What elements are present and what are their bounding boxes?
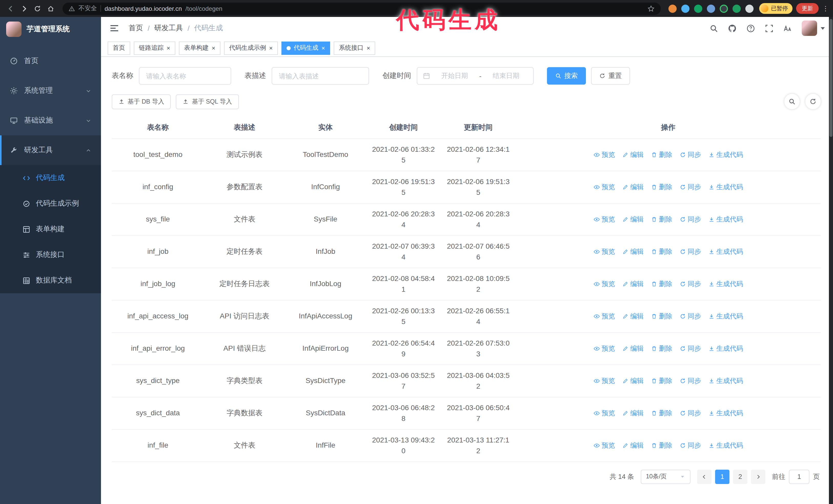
help-icon[interactable] xyxy=(746,24,755,32)
breadcrumb-home[interactable]: 首页 xyxy=(129,24,143,33)
generate-code-link[interactable]: 生成代码 xyxy=(708,311,743,321)
sync-link[interactable]: 同步 xyxy=(680,440,701,451)
tab-form-builder[interactable]: 表单构建 × xyxy=(179,41,220,55)
preview-link[interactable]: 预览 xyxy=(593,279,615,289)
search-icon[interactable] xyxy=(710,24,718,32)
table-name-input[interactable] xyxy=(139,67,231,85)
generate-code-link[interactable]: 生成代码 xyxy=(708,408,743,418)
edit-link[interactable]: 编辑 xyxy=(622,375,644,386)
sync-link[interactable]: 同步 xyxy=(680,246,701,257)
logo-row[interactable]: 芋道管理系统 xyxy=(0,17,101,42)
extension-icon-dark[interactable] xyxy=(718,3,729,14)
reset-button[interactable]: 重置 xyxy=(591,67,630,85)
next-page-button[interactable] xyxy=(751,470,765,484)
edit-link[interactable]: 编辑 xyxy=(622,279,644,289)
generate-code-link[interactable]: 生成代码 xyxy=(708,440,743,451)
sidebar-item-dev-tools[interactable]: 研发工具 xyxy=(0,135,101,165)
hamburger-icon[interactable] xyxy=(109,23,119,33)
page-button-2[interactable]: 2 xyxy=(733,470,747,484)
search-button[interactable]: 搜索 xyxy=(547,67,586,85)
sync-link[interactable]: 同步 xyxy=(680,311,701,321)
extension-icon-leaf[interactable] xyxy=(731,3,742,14)
delete-link[interactable]: 删除 xyxy=(651,279,672,289)
sidebar-item-db-doc[interactable]: 数据库文档 xyxy=(0,268,101,293)
chrome-update-button[interactable]: 更新 xyxy=(796,3,819,14)
generate-code-link[interactable]: 生成代码 xyxy=(708,246,743,257)
sidebar-item-form-builder[interactable]: 表单构建 xyxy=(0,216,101,242)
sidebar-item-codegen-example[interactable]: 代码生成示例 xyxy=(0,191,101,216)
font-size-icon[interactable] xyxy=(783,24,792,32)
generate-code-link[interactable]: 生成代码 xyxy=(708,214,743,224)
extension-icon-cat[interactable] xyxy=(744,3,755,14)
edit-link[interactable]: 编辑 xyxy=(622,343,644,354)
breadcrumb-dev-tools[interactable]: 研发工具 xyxy=(154,24,183,33)
close-icon[interactable]: × xyxy=(167,45,170,51)
preview-link[interactable]: 预览 xyxy=(593,375,615,386)
user-menu[interactable] xyxy=(802,21,825,36)
sync-link[interactable]: 同步 xyxy=(680,343,701,354)
close-icon[interactable]: × xyxy=(322,45,325,51)
close-icon[interactable]: × xyxy=(212,45,215,51)
tab-codegen-example[interactable]: 代码生成示例 × xyxy=(224,41,278,55)
preview-link[interactable]: 预览 xyxy=(593,246,615,257)
sync-link[interactable]: 同步 xyxy=(680,214,701,224)
sync-link[interactable]: 同步 xyxy=(680,375,701,386)
preview-link[interactable]: 预览 xyxy=(593,440,615,451)
edit-link[interactable]: 编辑 xyxy=(622,408,644,418)
preview-link[interactable]: 预览 xyxy=(593,214,615,224)
extension-icon-blue[interactable] xyxy=(680,3,690,14)
import-sql-button[interactable]: 基于 SQL 导入 xyxy=(176,94,239,109)
generate-code-link[interactable]: 生成代码 xyxy=(708,343,743,354)
date-range-picker[interactable]: 开始日期 - 结束日期 xyxy=(417,67,533,85)
import-db-button[interactable]: 基于 DB 导入 xyxy=(112,94,171,109)
toggle-search-button[interactable] xyxy=(784,94,800,109)
preview-link[interactable]: 预览 xyxy=(593,182,615,192)
tab-system-api[interactable]: 系统接口 × xyxy=(334,41,375,55)
generate-code-link[interactable]: 生成代码 xyxy=(708,279,743,289)
edit-link[interactable]: 编辑 xyxy=(622,214,644,224)
sidebar-item-system-management[interactable]: 系统管理 xyxy=(0,76,101,105)
extension-icon-green-v[interactable] xyxy=(693,3,703,14)
edit-link[interactable]: 编辑 xyxy=(622,311,644,321)
sync-link[interactable]: 同步 xyxy=(680,408,701,418)
bookmark-star-icon[interactable] xyxy=(647,5,654,12)
table-desc-input[interactable] xyxy=(272,67,369,85)
sidebar-item-system-api[interactable]: 系统接口 xyxy=(0,242,101,268)
delete-link[interactable]: 删除 xyxy=(651,408,672,418)
edit-link[interactable]: 编辑 xyxy=(622,246,644,257)
preview-link[interactable]: 预览 xyxy=(593,408,615,418)
github-icon[interactable] xyxy=(728,24,737,32)
extension-icon-orange[interactable] xyxy=(667,3,678,14)
edit-link[interactable]: 编辑 xyxy=(622,440,644,451)
forward-button[interactable] xyxy=(18,2,31,15)
tab-tracing[interactable]: 链路追踪 × xyxy=(134,41,175,55)
sidebar-item-home[interactable]: 首页 xyxy=(0,46,101,76)
sidebar-item-codegen[interactable]: 代码生成 xyxy=(0,165,101,191)
delete-link[interactable]: 删除 xyxy=(651,149,672,160)
tab-codegen[interactable]: 代码生成 × xyxy=(281,41,330,55)
page-size-select[interactable]: 10条/页 xyxy=(641,470,690,484)
close-icon[interactable]: × xyxy=(366,45,370,51)
extension-icon-people[interactable] xyxy=(705,3,716,14)
edit-link[interactable]: 编辑 xyxy=(622,182,644,192)
edit-link[interactable]: 编辑 xyxy=(622,149,644,160)
chrome-menu-icon[interactable]: ⋮ xyxy=(822,5,829,12)
delete-link[interactable]: 删除 xyxy=(651,440,672,451)
profile-paused-badge[interactable]: 已暂停 xyxy=(759,3,792,14)
scrollbar-thumb[interactable] xyxy=(829,19,832,137)
delete-link[interactable]: 删除 xyxy=(651,343,672,354)
prev-page-button[interactable] xyxy=(697,470,712,484)
delete-link[interactable]: 删除 xyxy=(651,182,672,192)
sync-link[interactable]: 同步 xyxy=(680,182,701,192)
goto-page-input[interactable] xyxy=(789,470,809,484)
reload-button[interactable] xyxy=(31,2,44,15)
generate-code-link[interactable]: 生成代码 xyxy=(708,182,743,192)
generate-code-link[interactable]: 生成代码 xyxy=(708,375,743,386)
back-button[interactable] xyxy=(4,2,18,15)
preview-link[interactable]: 预览 xyxy=(593,149,615,160)
preview-link[interactable]: 预览 xyxy=(593,343,615,354)
home-button[interactable] xyxy=(44,2,57,15)
delete-link[interactable]: 删除 xyxy=(651,375,672,386)
sync-link[interactable]: 同步 xyxy=(680,279,701,289)
close-icon[interactable]: × xyxy=(269,45,273,51)
